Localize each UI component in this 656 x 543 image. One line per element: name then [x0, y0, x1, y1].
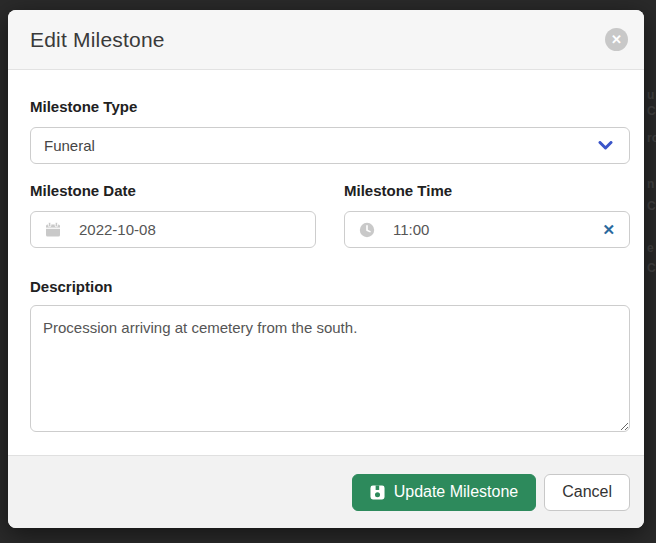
milestone-type-label: Milestone Type: [30, 98, 630, 115]
backdrop-text-fragment: u: [647, 88, 654, 102]
modal-footer: Update Milestone Cancel: [8, 455, 644, 528]
backdrop-text-fragment: ro: [647, 131, 656, 145]
modal-title: Edit Milestone: [30, 28, 605, 52]
milestone-date-field[interactable]: [30, 211, 316, 248]
backdrop-text-fragment: C: [647, 199, 656, 213]
clock-icon: [359, 222, 375, 238]
cancel-button[interactable]: Cancel: [544, 474, 630, 511]
update-milestone-label: Update Milestone: [394, 483, 519, 501]
backdrop-text-fragment: C: [647, 261, 656, 275]
backdrop-text-fragment: n: [647, 177, 654, 191]
milestone-time-input[interactable]: [393, 221, 600, 238]
description-textarea[interactable]: Procession arriving at cemetery from the…: [30, 305, 630, 432]
milestone-type-value: Funeral: [44, 137, 598, 154]
backdrop-text-fragment: C: [647, 104, 656, 118]
modal-body: Milestone Type Funeral Milestone Date: [8, 70, 644, 455]
update-milestone-button[interactable]: Update Milestone: [352, 474, 537, 511]
clear-time-icon[interactable]: ✕: [600, 221, 617, 239]
close-icon[interactable]: ✕: [605, 28, 628, 51]
milestone-time-label: Milestone Time: [344, 182, 630, 199]
modal-header: Edit Milestone ✕: [8, 10, 644, 70]
description-label: Description: [30, 278, 630, 295]
backdrop-text-fragment: e: [647, 241, 654, 255]
milestone-type-select[interactable]: Funeral: [30, 127, 630, 164]
calendar-icon: [45, 222, 61, 238]
milestone-date-input[interactable]: [79, 221, 303, 238]
edit-milestone-modal: Edit Milestone ✕ Milestone Type Funeral …: [8, 10, 644, 528]
milestone-time-field[interactable]: ✕: [344, 211, 630, 248]
milestone-date-label: Milestone Date: [30, 182, 316, 199]
chevron-down-icon: [598, 141, 613, 151]
save-icon: [370, 485, 385, 500]
